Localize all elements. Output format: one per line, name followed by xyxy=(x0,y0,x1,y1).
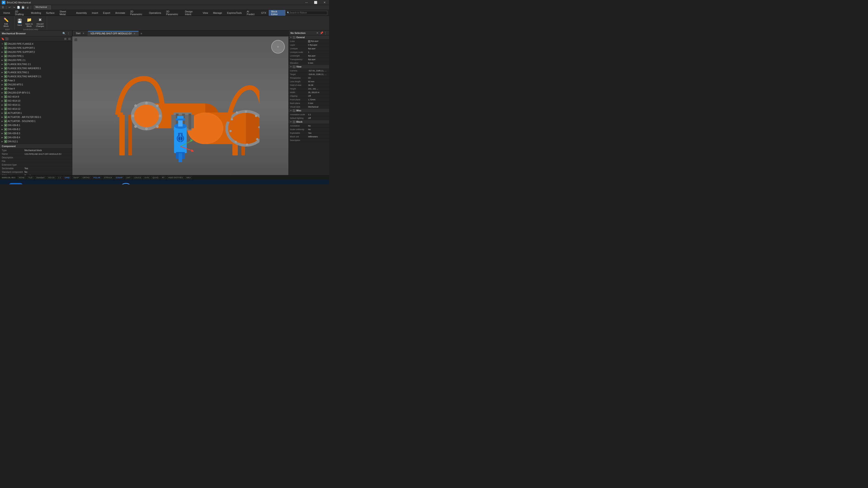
tree-item-11[interactable]: ▶■Polar:4 xyxy=(0,87,72,91)
status-mka[interactable]: MKA xyxy=(185,176,192,179)
tab-3dparametric[interactable]: 3D Parametric xyxy=(164,10,182,15)
status-polar[interactable]: POLAR xyxy=(92,176,101,179)
browser-filter-icon[interactable]: 🔖 xyxy=(1,37,4,41)
tree-item-2[interactable]: ▶■DN1200 PIPE SUPPORT:2 xyxy=(0,50,72,54)
tree-item-12[interactable]: ▶■DN1200-EXP-BFV-3:1 xyxy=(0,91,72,95)
status-iso25[interactable]: ISO-25 xyxy=(47,176,56,179)
tree-item-9[interactable]: ▶■Polar:3 xyxy=(0,78,72,83)
tab-surface[interactable]: Surface xyxy=(43,10,57,15)
browser-search-icon[interactable]: 🔍 xyxy=(62,32,66,35)
tab-designintent[interactable]: Design Intent xyxy=(182,10,200,15)
tree-item-15[interactable]: ▶■ISO 4014:11 xyxy=(0,103,72,107)
status-lducs[interactable]: LDUCS xyxy=(133,176,142,179)
status-hideentities[interactable]: HIDE ENTITIES xyxy=(167,176,184,179)
viewport-3d[interactable]: ⬛ xyxy=(72,36,288,175)
new-tab-button[interactable]: + xyxy=(139,31,144,36)
workspace-dropdown[interactable]: Mechanical xyxy=(34,5,51,9)
browser-menu-icon[interactable]: ⋮ xyxy=(67,32,70,35)
prop-section-header-0[interactable]: ▼⬛General xyxy=(289,35,329,39)
tab-annotate[interactable]: Annotate xyxy=(113,10,128,15)
tab-manage[interactable]: Manage xyxy=(211,10,224,15)
status-tile[interactable]: TILE xyxy=(27,176,34,179)
tree-item-22[interactable]: ▶■DIN 439-B:3 xyxy=(0,131,72,135)
browser-collapse-icon[interactable]: ⊞ xyxy=(64,37,67,41)
tab-sheetmetal[interactable]: Sheet Metal xyxy=(57,10,73,15)
properties-close-icon[interactable]: ✕ xyxy=(315,31,319,35)
tab-expresstools[interactable]: ExpressTools xyxy=(224,10,244,15)
tree-item-8[interactable]: ▶■FLANGE BOLTING WASHER 2:1 xyxy=(0,74,72,78)
properties-pin-icon[interactable]: 📌 xyxy=(320,31,323,35)
tab-home[interactable]: Home xyxy=(1,10,12,15)
prop-section-header-3[interactable]: ▼⬛Block xyxy=(289,120,329,124)
edit-block-button[interactable]: ✏️ EditBlock xyxy=(2,17,10,28)
status-none[interactable]: NONE xyxy=(18,176,26,179)
tree-item-5[interactable]: ▶■FLANGE BOLTING 2:1 xyxy=(0,62,72,66)
status-quad[interactable]: QUAD xyxy=(151,176,159,179)
browser-tree[interactable]: ▼■DN1200 PIPE FLANGE:4▼■DN1200 PIPE SUPP… xyxy=(0,41,72,143)
tab-modeling[interactable]: Modeling xyxy=(29,10,43,15)
status-strack[interactable]: STRACK xyxy=(103,176,114,179)
properties-menu-icon[interactable]: ⋮ xyxy=(324,31,327,35)
prop-section-header-1[interactable]: ▼⬛View xyxy=(289,65,329,69)
minimize-button[interactable]: — xyxy=(302,0,311,5)
search-input[interactable] xyxy=(289,11,326,14)
maximize-button[interactable]: ⬜ xyxy=(311,0,320,5)
tree-item-20[interactable]: ▶■DIN 439-B:1 xyxy=(0,123,72,127)
status-grid[interactable]: GRID xyxy=(64,176,71,179)
status-esnap[interactable]: ESNAP xyxy=(115,176,124,179)
new-button[interactable]: 📄 xyxy=(17,5,21,9)
tree-item-1[interactable]: ▼■DN1200 PIPE SUPPORT:1 xyxy=(0,46,72,50)
redo-button[interactable]: ↪ xyxy=(12,5,16,9)
ribbon-search-box[interactable]: 🔍 xyxy=(285,11,327,15)
status-standard[interactable]: Standard xyxy=(35,176,46,179)
tab-start[interactable]: Start ✕ xyxy=(73,31,88,36)
tab-gtx[interactable]: GTX xyxy=(258,10,269,15)
tree-item-13[interactable]: ▶■ISO 4014:9 xyxy=(0,95,72,99)
save-ribbon-button[interactable]: 💾 Save xyxy=(16,17,24,28)
view-cube[interactable]: ⊙ xyxy=(271,40,285,54)
tab-insert[interactable]: Insert xyxy=(89,10,101,15)
tree-item-6[interactable]: ▶■FLANGE BOLTING WASHERS:1 xyxy=(0,66,72,70)
tab-start-close[interactable]: ✕ xyxy=(82,32,85,35)
status-rt[interactable]: RT xyxy=(161,176,166,179)
tree-item-14[interactable]: ▶■ISO 4014:10 xyxy=(0,99,72,103)
tab-blockeditor[interactable]: Block Editor xyxy=(269,10,285,15)
tree-item-17[interactable]: ▶■ACTUATOR:1 xyxy=(0,111,72,115)
browser-expand-icon[interactable]: ⬛ xyxy=(5,37,8,41)
tree-item-3[interactable]: ▶■DN1200 PIPE:1 xyxy=(0,54,72,58)
tree-item-23[interactable]: ▶■DIN 439-B:4 xyxy=(0,135,72,139)
tree-item-0[interactable]: ▼■DN1200 PIPE FLANGE:4 xyxy=(0,42,72,46)
tab-viewport-main[interactable]: V25-PIPELINE-SHUT-OFF-MODULE-EV ✕ xyxy=(88,31,138,36)
browser-settings-icon[interactable]: ⊟ xyxy=(68,37,71,41)
tab-main-close[interactable]: ✕ xyxy=(133,32,136,35)
status-scale[interactable]: 1:1 xyxy=(57,176,62,179)
print-button[interactable]: 🖨 xyxy=(26,5,30,9)
tab-2ddrafting[interactable]: 2D Drafting xyxy=(12,10,29,15)
prop-section-header-2[interactable]: ▼⬛Misc xyxy=(289,109,329,113)
tab-assembly[interactable]: Assembly xyxy=(74,10,90,15)
undo-button[interactable]: ↩ xyxy=(7,5,11,9)
status-lwt[interactable]: LWT xyxy=(125,176,131,179)
tree-item-21[interactable]: ▶■DIN 439-B:2 xyxy=(0,127,72,131)
tree-item-19[interactable]: ▶■ACTUATOR - SOLENOID:1 xyxy=(0,119,72,123)
tab-view[interactable]: View xyxy=(200,10,211,15)
tab-2dparametric[interactable]: 2D Parametric xyxy=(128,10,147,15)
tab-export[interactable]: Export xyxy=(101,10,113,15)
status-snap[interactable]: SNAP xyxy=(72,176,80,179)
tree-item-24[interactable]: ▶■DIN 912:1 xyxy=(0,139,72,143)
tree-item-18[interactable]: ▶■ACTUATOR - AIR FILTER REG:1 xyxy=(0,115,72,119)
tab-operations[interactable]: Operations xyxy=(147,10,164,15)
tree-item-7[interactable]: ▶■FLANGE BOLTING:1 xyxy=(0,70,72,74)
tab-aipredict[interactable]: AI Predict xyxy=(244,10,259,15)
tree-item-10[interactable]: ▶■DN1200-MT0:1 xyxy=(0,83,72,87)
discard-button[interactable]: ✖ DiscardChanges xyxy=(35,17,45,28)
status-dyn[interactable]: DYN xyxy=(143,176,150,179)
tree-item-16[interactable]: ▶■ISO 4014:12 xyxy=(0,107,72,111)
menu-button[interactable]: ☰ xyxy=(1,5,5,9)
save-as-block-button[interactable]: 📁 Save AsBlock xyxy=(24,17,34,28)
viewport-corner-icon[interactable]: ⬛ xyxy=(74,38,78,41)
close-button[interactable]: ✕ xyxy=(320,0,329,5)
tree-item-4[interactable]: ▶■DN1200 PIPE 2:1 xyxy=(0,58,72,62)
save-button[interactable]: 💾 xyxy=(21,5,25,9)
status-ortho[interactable]: ORTHO xyxy=(81,176,91,179)
